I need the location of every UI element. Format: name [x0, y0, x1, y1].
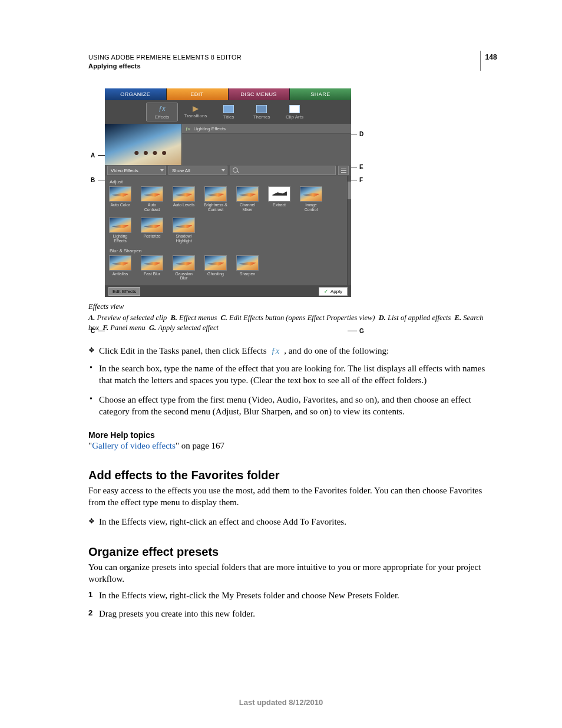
effect-item[interactable]: Auto Levels	[172, 186, 196, 212]
header-section: Applying effects	[88, 62, 242, 71]
instruction-lead: Click Edit in the Tasks panel, then clic…	[88, 345, 497, 357]
edit-effects-button[interactable]: Edit Effects	[108, 287, 140, 296]
effect-thumbnail	[173, 218, 195, 233]
effect-label: Image Control	[299, 203, 323, 212]
tab-edit[interactable]: EDIT	[167, 88, 229, 100]
themes-icon	[256, 105, 267, 113]
heading-add-favorites: Add effects to the Favorites folder	[88, 469, 497, 482]
effect-item[interactable]: Extract	[267, 186, 291, 212]
effect-item[interactable]: Sharpen	[236, 255, 259, 281]
effect-thumbnail	[109, 255, 131, 271]
panel-menu-button[interactable]	[338, 166, 349, 175]
effect-item[interactable]: Brightness & Contrast	[204, 186, 227, 212]
arrow-icon	[193, 106, 199, 112]
effect-item[interactable]: Image Control	[299, 186, 323, 212]
category-blur-sharpen: Blur & Sharpen	[108, 247, 348, 255]
apply-button[interactable]: ✓ Apply	[319, 287, 348, 296]
effect-item[interactable]: Fast Blur	[140, 255, 164, 281]
subtab-themes[interactable]: Themes	[246, 104, 277, 121]
subtab-themes-label: Themes	[253, 114, 270, 120]
effect-item[interactable]: Ghosting	[204, 255, 227, 281]
effect-label: Ghosting	[207, 272, 224, 280]
presets-step-2: Drag presets you create into this new fo…	[88, 608, 497, 620]
favorites-step: In the Effects view, right-click an effe…	[88, 516, 497, 528]
effect-thumbnail	[173, 255, 195, 271]
fx-icon: ƒx	[186, 126, 190, 131]
effects-view-screenshot: A B C D E F G ORGANIZE EDIT DISC MENUS S…	[105, 88, 497, 297]
fig-g: Apply selected effect	[158, 324, 219, 332]
effect-item[interactable]: Posterize	[140, 218, 164, 243]
page-header: USING ADOBE PREMIERE ELEMENTS 8 EDITOR A…	[88, 53, 497, 71]
subtab-transitions[interactable]: Transitions	[180, 105, 211, 120]
instruction-bullet-2: Choose an effect type from the first men…	[88, 394, 497, 418]
page-number: 148	[485, 53, 497, 71]
effect-thumbnail	[204, 186, 227, 202]
callout-c: C	[91, 328, 95, 334]
effect-item[interactable]: Auto Contrast	[140, 186, 164, 212]
category-adjust: Adjust	[108, 178, 348, 186]
effect-label: Shadow/ Highlight	[172, 234, 196, 243]
effect-thumbnail	[300, 186, 322, 202]
titles-icon	[223, 105, 234, 113]
search-input[interactable]	[230, 166, 336, 175]
more-help-suffix: " on page 167	[176, 441, 224, 450]
effect-item[interactable]: Lighting Effects	[108, 218, 132, 243]
fig-a: Preview of selected clip	[97, 314, 167, 322]
effect-label: Auto Contrast	[140, 203, 164, 212]
tab-organize[interactable]: ORGANIZE	[105, 88, 167, 100]
gallery-link[interactable]: Gallery of video effects	[92, 441, 176, 450]
callout-f: F	[359, 177, 363, 183]
applied-effects-list: ƒx Lighting Effects	[181, 124, 351, 165]
callout-g: G	[359, 328, 364, 334]
effect-item[interactable]: Antialias	[108, 255, 132, 281]
effect-thumbnail	[236, 255, 259, 271]
check-icon: ✓	[324, 289, 328, 294]
subtab-titles-label: Titles	[223, 114, 234, 120]
effect-item[interactable]: Shadow/ Highlight	[172, 218, 196, 243]
effect-thumbnail	[204, 255, 227, 271]
callout-d: D	[359, 131, 363, 137]
figure-key: A. Preview of selected clip B. Effect me…	[88, 313, 497, 333]
heading-organize-presets: Organize effect presets	[88, 545, 497, 559]
presets-paragraph: You can organize presets into special fo…	[88, 561, 497, 585]
fig-f: Panel menu	[110, 324, 145, 332]
effect-thumbnail	[141, 218, 163, 233]
more-help-heading: More Help topics	[88, 430, 497, 440]
effect-thumbnail	[236, 186, 259, 202]
cliparts-icon	[289, 105, 300, 113]
effect-label: Posterize	[143, 234, 160, 242]
lead-post: , and do one of the following:	[284, 346, 389, 355]
effect-thumbnail	[173, 186, 195, 202]
subtab-cliparts[interactable]: Clip Arts	[279, 104, 310, 121]
subtab-effects[interactable]: ƒx Effects	[146, 103, 178, 121]
subtab-cliparts-label: Clip Arts	[286, 114, 303, 120]
effect-label: Extract	[273, 203, 286, 211]
effect-item[interactable]: Gaussian Blur	[172, 255, 196, 281]
effect-thumbnail	[109, 218, 131, 233]
subtab-titles[interactable]: Titles	[213, 104, 244, 121]
callout-e: E	[359, 164, 363, 170]
subtab-transitions-label: Transitions	[184, 113, 207, 118]
effect-type-menu[interactable]: Video Effects	[107, 166, 166, 175]
clip-preview	[105, 124, 181, 165]
tab-share[interactable]: SHARE	[290, 88, 351, 100]
effect-thumbnail	[109, 186, 131, 202]
fig-b: Effect menus	[179, 314, 217, 322]
more-help-link-line: "Gallery of video effects" on page 167	[88, 441, 497, 451]
scrollbar[interactable]	[347, 176, 351, 285]
effect-label: Auto Levels	[173, 203, 195, 211]
applied-effect-row[interactable]: ƒx Lighting Effects	[182, 124, 351, 134]
fx-icon: ƒx	[269, 346, 282, 355]
tab-disc-menus[interactable]: DISC MENUS	[229, 88, 290, 100]
effect-label: Brightness & Contrast	[204, 203, 227, 212]
lead-pre: Click Edit in the Tasks panel, then clic…	[99, 346, 269, 355]
effect-item[interactable]: Auto Color	[108, 186, 132, 212]
effect-label: Channel Mixer	[236, 203, 259, 212]
effect-category-menu[interactable]: Show All	[168, 166, 227, 175]
header-product: USING ADOBE PREMIERE ELEMENTS 8 EDITOR	[88, 53, 242, 62]
effect-item[interactable]: Channel Mixer	[236, 186, 259, 212]
instruction-bullet-1: In the search box, type the name of the …	[88, 363, 497, 387]
menu-icon	[341, 169, 346, 173]
effect-thumbnail	[268, 186, 290, 202]
apply-label: Apply	[330, 289, 342, 294]
